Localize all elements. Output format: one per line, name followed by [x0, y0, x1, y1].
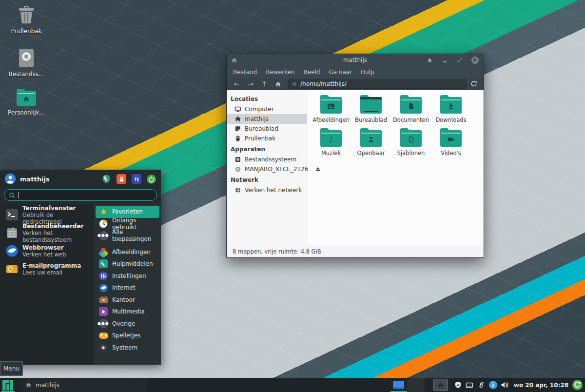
menu-hulp[interactable]: Hulp — [356, 69, 379, 76]
sidebar-item-bestandssysteem[interactable]: Bestandssysteem — [227, 155, 307, 164]
app-webbrowser[interactable]: WebbrowserVerken het web — [0, 242, 94, 260]
app-title: Terminalvenster — [22, 205, 91, 212]
home-button[interactable] — [272, 79, 284, 89]
folder-documenten[interactable]: Documenten — [391, 95, 431, 128]
category-instellingen[interactable]: Instellingen — [96, 270, 159, 282]
path-input[interactable] — [300, 80, 464, 87]
clock-icon — [98, 219, 108, 229]
folder-sjablonen[interactable]: Sjablonen — [391, 128, 431, 161]
category-hulpmiddelen[interactable]: Hulpmiddelen — [96, 258, 159, 270]
app-email[interactable]: E-mailprogrammaLees uw email — [0, 260, 94, 278]
desktop-icon-trash[interactable]: Prullenbak — [4, 6, 49, 35]
category-internet[interactable]: Internet — [96, 282, 159, 294]
category-onlangs-gebruikt[interactable]: Onlangs gebruikt — [96, 218, 159, 230]
manjaro-logo-icon — [2, 380, 13, 391]
workspace-1[interactable] — [390, 378, 407, 392]
search-box[interactable] — [4, 189, 157, 201]
volume-icon[interactable] — [501, 381, 509, 389]
drive-icon — [234, 156, 241, 163]
panel-grip[interactable] — [16, 383, 20, 388]
category-spelletjes[interactable]: Spelletjes — [96, 330, 159, 342]
path-bar[interactable] — [288, 79, 467, 89]
back-button[interactable]: ← — [231, 79, 243, 89]
workspace-2[interactable] — [407, 378, 425, 392]
file-manager-window: matthijs Bestand Bewerken Beeld Ga naar … — [226, 54, 484, 258]
lock-screen-icon[interactable] — [117, 174, 126, 184]
category-label: Overige — [112, 320, 135, 327]
folder-openbaar[interactable]: Openbaar — [351, 128, 391, 161]
sidebar-item-bureaublad[interactable]: Bureaublad — [227, 124, 307, 134]
category-afbeeldingen[interactable]: Afbeeldingen — [96, 246, 159, 258]
desktop-icon-filesystem[interactable]: Bestandss... — [4, 49, 49, 78]
shield-check-icon[interactable] — [454, 381, 462, 389]
menu-bestand[interactable]: Bestand — [229, 69, 261, 76]
category-label: Afbeeldingen — [112, 249, 151, 255]
category-overige[interactable]: ●●● Overige — [96, 318, 159, 330]
folder-downloads[interactable]: Downloads — [431, 95, 471, 128]
computer-icon — [234, 106, 241, 113]
sidebar: Locaties Computer matthijs Bureaublad Pr… — [227, 90, 307, 245]
app-terminal[interactable]: TerminalvensterGebruik de opdrachtregel — [0, 206, 94, 224]
drive-icon — [19, 49, 34, 67]
menu-bewerken[interactable]: Bewerken — [261, 69, 299, 76]
titlebar[interactable]: matthijs — [227, 54, 484, 66]
forward-button[interactable]: → — [244, 79, 257, 89]
folder-bureaublad[interactable]: Bureaublad — [351, 95, 391, 128]
home-icon — [234, 116, 241, 122]
folder-label: Openbaar — [351, 150, 391, 157]
photos-icon — [98, 247, 108, 257]
category-alle-toepassingen[interactable]: ●●● Alle toepassingen — [96, 230, 159, 242]
app-subtitle: Verken het web — [22, 251, 66, 258]
trash-icon — [234, 135, 241, 142]
taskbar-window-button[interactable]: matthijs — [20, 378, 147, 392]
settings-manager-icon[interactable] — [101, 174, 111, 184]
refresh-button[interactable] — [468, 79, 480, 89]
folder-muziek[interactable]: ♪ Muziek — [311, 128, 351, 161]
category-label: Spelletjes — [112, 332, 140, 339]
folder-videos[interactable]: Video's — [431, 128, 471, 161]
menu-beeld[interactable]: Beeld — [299, 69, 324, 76]
sidebar-item-label: Bestandssysteem — [245, 156, 296, 163]
desktop-icon-label: Persoonlijk... — [4, 109, 49, 116]
statusbar: 8 mappen, vrije ruimte: 4,8 GiB — [227, 245, 484, 257]
category-kantoor[interactable]: Kantoor — [96, 294, 159, 306]
sidebar-section-netwerk: Netwerk — [227, 174, 307, 185]
show-desktop-button[interactable] — [433, 379, 448, 391]
avatar[interactable] — [5, 174, 16, 184]
folder-label: Afbeeldingen — [311, 117, 351, 123]
file-view: Afbeeldingen Bureaublad Documenten Downl… — [307, 90, 484, 245]
clock[interactable]: wo 20 apr, 10:28 — [514, 382, 568, 389]
all-apps-icon: ●●● — [98, 231, 108, 240]
up-button[interactable]: ↑ — [258, 79, 271, 89]
clipboard-paperclip-icon[interactable] — [477, 381, 486, 389]
sidebar-item-label: Prullenbak — [245, 135, 275, 142]
menu-ga-naar[interactable]: Ga naar — [324, 69, 356, 76]
menubar: Bestand Bewerken Beeld Ga naar Hulp — [227, 66, 484, 78]
info-icon[interactable]: i — [489, 381, 497, 389]
category-systeem[interactable]: Systeem — [96, 342, 159, 354]
whisker-menu-button[interactable] — [0, 378, 16, 392]
search-icon — [9, 192, 15, 198]
category-multimedia[interactable]: ♪ Multimedia — [96, 306, 159, 318]
system-icon — [98, 343, 108, 353]
sidebar-item-prullenbak[interactable]: Prullenbak — [227, 134, 307, 143]
sidebar-item-netwerk[interactable]: Verken het netwerk — [227, 185, 307, 195]
search-input[interactable] — [21, 192, 152, 198]
svg-text:♪: ♪ — [104, 312, 106, 315]
update-manager-icon[interactable] — [572, 380, 583, 390]
trash-icon — [17, 6, 36, 24]
sidebar-item-computer[interactable]: Computer — [227, 104, 307, 114]
sidebar-item-label: MANJARO_XFCE_2126 — [245, 166, 308, 173]
desktop-icon-home[interactable]: Persoonlijk... — [4, 89, 49, 116]
folder-afbeeldingen[interactable]: Afbeeldingen — [311, 95, 351, 128]
other-icon: ●●● — [98, 319, 108, 329]
sidebar-item-manjaro-disc[interactable]: MANJARO_XFCE_2126 — [227, 164, 307, 174]
screenshot-window-icon[interactable] — [466, 381, 474, 389]
category-favorieten[interactable]: ★ Favorieten — [96, 206, 159, 218]
app-file-manager[interactable]: BestandbeheerderVerken het bestandssyste… — [0, 224, 94, 242]
switch-user-icon[interactable] — [132, 174, 141, 184]
logout-icon[interactable] — [147, 175, 156, 184]
system-tray: i — [454, 381, 509, 389]
sidebar-item-label: Computer — [245, 106, 274, 113]
sidebar-item-matthijs[interactable]: matthijs — [227, 114, 307, 124]
